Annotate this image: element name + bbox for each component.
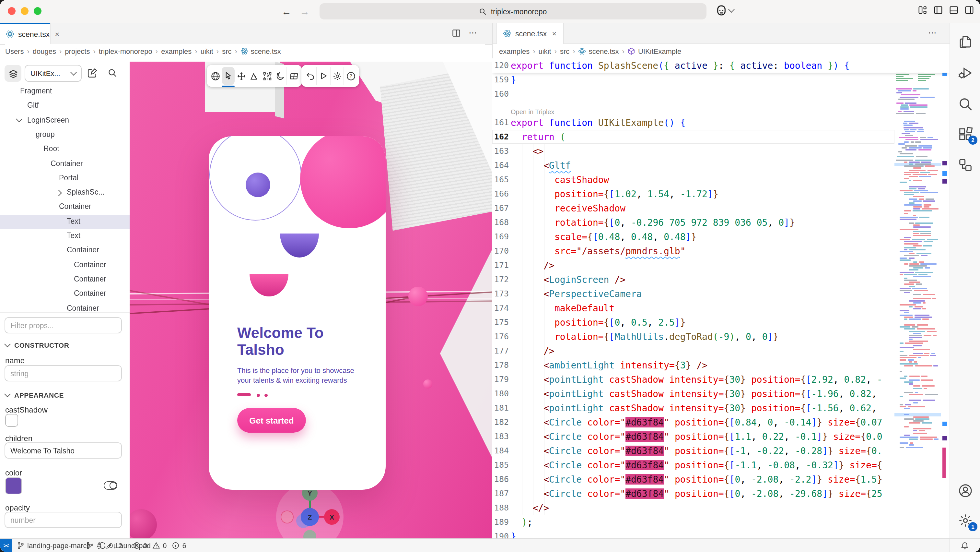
toggle-right-panel-icon[interactable] [964, 5, 974, 15]
code-line-183[interactable]: 183 <Circle color="#d63f84" position={[1… [492, 429, 894, 444]
code-line-177[interactable]: 177 /> [492, 344, 894, 358]
code-line-166[interactable]: 166 position={[1.02, 1.54, -1.72]} [492, 187, 894, 201]
extensions-icon[interactable]: 2 [958, 126, 974, 142]
close-icon[interactable]: × [552, 29, 557, 38]
night-mode-icon[interactable] [274, 67, 286, 85]
back-button[interactable]: ← [280, 5, 293, 18]
code-line-176[interactable]: 176 rotation={[MathUtils.degToRad(-9), 0… [492, 330, 894, 344]
code-line-120[interactable]: 120export function SplashScene({ active … [492, 58, 894, 73]
undo-icon[interactable] [303, 67, 316, 85]
tree-item-portal[interactable]: Portal [0, 171, 130, 185]
code-line-178[interactable]: 178 <ambientLight intensity={3} /> [492, 358, 894, 372]
code-line-170[interactable]: 170 src="/assets/pmndrs.glb" [492, 244, 894, 258]
code-line-180[interactable]: 180 <pointLight castShadow intensity={30… [492, 387, 894, 401]
tree-item-container[interactable]: Container [0, 156, 130, 171]
tree-item-text[interactable]: Text [0, 229, 130, 243]
children-input[interactable] [5, 442, 122, 459]
edit-component-icon[interactable] [87, 67, 98, 78]
code-line-167[interactable]: 167 receiveShadow [492, 201, 894, 215]
tree-item-container[interactable]: Container [0, 273, 130, 287]
code-line-173[interactable]: 173 <PerspectiveCamera [492, 287, 894, 301]
name-input[interactable] [5, 365, 122, 381]
grid-view-icon[interactable] [286, 67, 300, 85]
code-line-188[interactable]: 188 </> [492, 501, 894, 515]
toggle-bottom-panel-icon[interactable] [949, 5, 959, 15]
search-icon[interactable] [108, 68, 117, 78]
breadcrumb-item[interactable]: examples [499, 47, 530, 55]
play-icon[interactable] [316, 67, 330, 85]
tree-item-container[interactable]: Container [0, 244, 130, 258]
run-debug-icon[interactable] [958, 65, 974, 81]
layers-button[interactable] [5, 65, 21, 82]
code-line-171[interactable]: 171 /> [492, 258, 894, 273]
chevron-right-icon[interactable] [56, 190, 62, 196]
transform-select-icon[interactable] [261, 67, 274, 85]
code-line-164[interactable]: 164 <Gltf [492, 158, 894, 172]
code-line-161[interactable]: 161export function UIKitExample() { [492, 115, 894, 130]
code-line-190[interactable]: 190} [492, 529, 894, 538]
code-line-186[interactable]: 186 <Circle color="#d63f84" position={[0… [492, 472, 894, 487]
select-tool-icon[interactable] [222, 67, 235, 85]
code-line-189[interactable]: 189 ); [492, 515, 894, 529]
tree-item-splashsc[interactable]: SplashSc... [0, 185, 130, 200]
breadcrumb-item[interactable]: examples [161, 47, 191, 55]
move-tool-icon[interactable] [235, 67, 248, 85]
sticky-scroll-line[interactable]: 120export function SplashScene({ active … [492, 58, 950, 73]
toggle-left-panel-icon[interactable] [933, 5, 943, 15]
gizmo-x[interactable]: X [324, 509, 340, 525]
code-lens-open-in-triplex[interactable]: Open in Triplex [492, 101, 894, 115]
tree-item-container[interactable]: Container [0, 287, 130, 301]
maximize-window-button[interactable] [34, 7, 41, 15]
right-breadcrumb[interactable]: examples›uikit›src›scene.tsx›UIKitExampl… [499, 44, 946, 58]
code-line-162[interactable]: 162 return ( [492, 130, 894, 144]
tree-item-group[interactable]: group [0, 128, 130, 142]
tree-item-container[interactable]: Container [0, 258, 130, 272]
code-line-181[interactable]: 181 <pointLight castShadow intensity={30… [492, 401, 894, 415]
project-search-bar[interactable]: triplex-monorepo [320, 3, 706, 19]
code-line-160[interactable]: 160 [492, 87, 894, 101]
code-line-184[interactable]: 184 <Circle color="#d63f84" position={[-… [492, 444, 894, 458]
gizmo-neg-x[interactable] [281, 511, 294, 523]
code-line-172[interactable]: 172 <LoginScreen /> [492, 273, 894, 287]
code-line-179[interactable]: 179 <pointLight castShadow intensity={30… [492, 372, 894, 387]
tree-item-container[interactable]: Container [0, 301, 130, 316]
color-toggle-icon[interactable] [104, 481, 117, 490]
close-window-button[interactable] [8, 7, 16, 15]
help-icon[interactable]: ? [344, 67, 357, 85]
breadcrumb-item[interactable]: src [560, 47, 570, 55]
code-line-187[interactable]: 187 <Circle color="#d63f84" position={[0… [492, 487, 894, 501]
breadcrumb-item[interactable]: Users [5, 47, 24, 55]
filter-props-input[interactable] [5, 317, 122, 333]
more-actions-icon[interactable]: ⋯ [928, 28, 937, 38]
castshadow-checkbox[interactable] [5, 414, 18, 427]
tab-scene-tsx-right[interactable]: scene.tsx × [496, 23, 564, 44]
code-line-169[interactable]: 169 scale={[0.48, 0.48, 0.48]} [492, 230, 894, 244]
close-icon[interactable]: × [55, 30, 59, 38]
customize-layout-icon[interactable] [918, 5, 928, 15]
graph-status-icon[interactable] [84, 539, 92, 552]
breadcrumb-item[interactable]: UIKitExample [628, 47, 681, 55]
scale-tool-icon[interactable] [248, 67, 261, 85]
get-started-button[interactable]: Get started [237, 408, 306, 432]
chevron-down-icon[interactable] [16, 115, 22, 122]
constructor-section-header[interactable]: CONSTRUCTOR [5, 341, 69, 349]
code-line-168[interactable]: 168 rotation={[0, -0.296_705_972_839_036… [492, 215, 894, 230]
settings-gear-icon[interactable] [330, 67, 344, 85]
appearance-section-header[interactable]: APPEARANCE [5, 391, 64, 399]
color-swatch[interactable] [5, 477, 22, 494]
breadcrumb-item[interactable]: projects [65, 47, 90, 55]
3d-viewport[interactable]: Welcome To Talsho This is the place for … [130, 62, 492, 538]
tree-item-root[interactable]: Root [0, 142, 130, 156]
component-selector[interactable]: UIKitEx... [25, 65, 82, 82]
breadcrumb-item[interactable]: uikit [539, 47, 551, 55]
code-editor[interactable]: 120export function SplashScene({ active … [492, 58, 950, 538]
explorer-icon[interactable] [958, 34, 974, 50]
tree-item-loginscreen[interactable]: LoginScreen [0, 113, 130, 128]
more-actions-icon[interactable]: ⋯ [469, 28, 478, 38]
tree-item-container[interactable]: Container [0, 200, 130, 214]
world-tool-icon[interactable] [209, 67, 222, 85]
minimap[interactable] [894, 58, 941, 538]
forward-button[interactable]: → [298, 5, 311, 18]
notifications-bell[interactable] [949, 539, 980, 552]
code-line-182[interactable]: 182 <Circle color="#d63f84" position={[0… [492, 415, 894, 429]
